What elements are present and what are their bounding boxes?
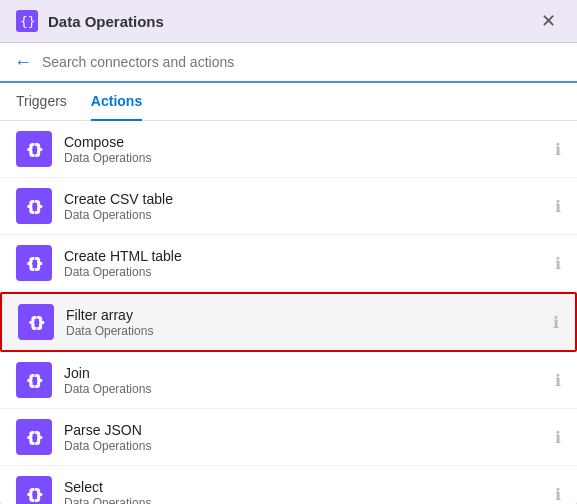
list-item-join[interactable]: {} Join Data Operations ℹ xyxy=(0,352,577,409)
create-html-name: Create HTML table xyxy=(64,248,543,264)
search-input[interactable] xyxy=(42,54,565,70)
dialog: {} Data Operations ✕ ← Triggers Actions … xyxy=(0,0,577,504)
tab-triggers[interactable]: Triggers xyxy=(16,83,67,121)
compose-sub: Data Operations xyxy=(64,151,543,165)
select-sub: Data Operations xyxy=(64,496,543,505)
create-csv-name: Create CSV table xyxy=(64,191,543,207)
join-icon: {} xyxy=(24,370,44,390)
join-text: Join Data Operations xyxy=(64,365,543,396)
items-list: {} Compose Data Operations ℹ {} Create C… xyxy=(0,121,577,504)
svg-text:{}: {} xyxy=(27,373,43,388)
filter-array-name: Filter array xyxy=(66,307,541,323)
filter-array-text: Filter array Data Operations xyxy=(66,307,541,338)
create-html-text: Create HTML table Data Operations xyxy=(64,248,543,279)
parse-json-sub: Data Operations xyxy=(64,439,543,453)
join-name: Join xyxy=(64,365,543,381)
filter-array-info-button[interactable]: ℹ xyxy=(553,313,559,332)
back-button[interactable]: ← xyxy=(12,53,34,71)
tabs-bar: Triggers Actions xyxy=(0,83,577,121)
list-item-parse-json[interactable]: {} Parse JSON Data Operations ℹ xyxy=(0,409,577,466)
list-item-create-html[interactable]: {} Create HTML table Data Operations ℹ xyxy=(0,235,577,292)
svg-text:{}: {} xyxy=(29,315,45,330)
parse-json-icon: {} xyxy=(24,427,44,447)
select-icon-bg: {} xyxy=(16,476,52,504)
filter-array-sub: Data Operations xyxy=(66,324,541,338)
tab-actions[interactable]: Actions xyxy=(91,83,142,121)
search-row: ← xyxy=(0,43,577,83)
create-html-sub: Data Operations xyxy=(64,265,543,279)
list-item-select[interactable]: {} Select Data Operations ℹ xyxy=(0,466,577,504)
svg-text:{}: {} xyxy=(27,199,43,214)
create-csv-sub: Data Operations xyxy=(64,208,543,222)
filter-array-icon-bg: {} xyxy=(18,304,54,340)
select-text: Select Data Operations xyxy=(64,479,543,505)
svg-text:{}: {} xyxy=(20,14,36,29)
create-csv-icon: {} xyxy=(24,196,44,216)
create-html-icon: {} xyxy=(24,253,44,273)
list-item-compose[interactable]: {} Compose Data Operations ℹ xyxy=(0,121,577,178)
svg-text:{}: {} xyxy=(27,430,43,445)
join-info-button[interactable]: ℹ xyxy=(555,371,561,390)
list-item-create-csv[interactable]: {} Create CSV table Data Operations ℹ xyxy=(0,178,577,235)
svg-text:{}: {} xyxy=(27,487,43,502)
parse-json-icon-bg: {} xyxy=(16,419,52,455)
create-html-icon-bg: {} xyxy=(16,245,52,281)
select-info-button[interactable]: ℹ xyxy=(555,485,561,504)
parse-json-text: Parse JSON Data Operations xyxy=(64,422,543,453)
create-html-info-button[interactable]: ℹ xyxy=(555,254,561,273)
compose-text: Compose Data Operations xyxy=(64,134,543,165)
select-icon: {} xyxy=(24,484,44,504)
data-operations-icon: {} xyxy=(16,10,38,32)
compose-name: Compose xyxy=(64,134,543,150)
compose-icon-bg: {} xyxy=(16,131,52,167)
join-icon-bg: {} xyxy=(16,362,52,398)
select-name: Select xyxy=(64,479,543,495)
svg-text:{}: {} xyxy=(27,256,43,271)
svg-text:{}: {} xyxy=(27,142,43,157)
filter-array-icon: {} xyxy=(26,312,46,332)
dialog-title: Data Operations xyxy=(48,13,164,30)
list-item-filter-array[interactable]: {} Filter array Data Operations ℹ xyxy=(0,292,577,352)
create-csv-text: Create CSV table Data Operations xyxy=(64,191,543,222)
compose-icon: {} xyxy=(24,139,44,159)
compose-info-button[interactable]: ℹ xyxy=(555,140,561,159)
parse-json-name: Parse JSON xyxy=(64,422,543,438)
parse-json-info-button[interactable]: ℹ xyxy=(555,428,561,447)
close-button[interactable]: ✕ xyxy=(536,10,561,32)
dialog-header: {} Data Operations ✕ xyxy=(0,0,577,43)
create-csv-icon-bg: {} xyxy=(16,188,52,224)
join-sub: Data Operations xyxy=(64,382,543,396)
create-csv-info-button[interactable]: ℹ xyxy=(555,197,561,216)
dialog-header-left: {} Data Operations xyxy=(16,10,164,32)
